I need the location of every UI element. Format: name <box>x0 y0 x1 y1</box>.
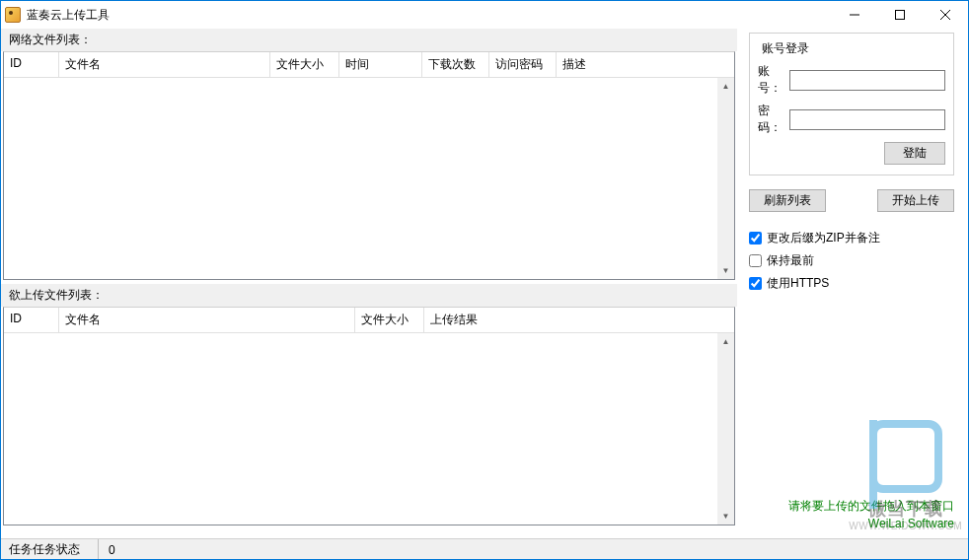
status-value: 0 <box>105 541 958 559</box>
upload-list-body[interactable] <box>4 333 717 525</box>
col-name[interactable]: 文件名 <box>59 308 355 332</box>
brand-name: WeiLai Software <box>749 517 954 530</box>
minimize-button[interactable] <box>832 1 877 29</box>
window-title: 蓝奏云上传工具 <box>27 7 832 24</box>
network-file-list[interactable]: ID 文件名 文件大小 时间 下载次数 访问密码 描述 ▲ ▼ <box>3 51 735 280</box>
start-upload-button[interactable]: 开始上传 <box>877 189 954 212</box>
scroll-up-icon: ▲ <box>719 335 732 348</box>
option-use-https[interactable]: 使用HTTPS <box>749 275 954 292</box>
col-id[interactable]: ID <box>4 52 59 77</box>
col-downloads[interactable]: 下载次数 <box>422 52 489 77</box>
network-list-label: 网络文件列表： <box>1 29 737 51</box>
svg-rect-1 <box>896 11 905 20</box>
maximize-icon <box>895 10 905 20</box>
col-result[interactable]: 上传结果 <box>424 308 734 332</box>
col-size[interactable]: 文件大小 <box>270 52 339 77</box>
minimize-icon <box>850 10 859 20</box>
titlebar: 蓝奏云上传工具 <box>1 1 968 29</box>
upload-list-label: 欲上传文件列表： <box>1 284 737 307</box>
login-groupbox: 账号登录 账号： 密码： 登陆 <box>749 33 954 175</box>
col-desc[interactable]: 描述 <box>557 52 734 77</box>
network-list-scrollbar[interactable]: ▲ ▼ <box>717 78 734 279</box>
password-label: 密码： <box>758 103 789 136</box>
network-list-body[interactable] <box>4 78 717 279</box>
keep-on-top-checkbox[interactable] <box>749 254 762 267</box>
footer-text: 请将要上传的文件拖入到本窗口 WeiLai Software <box>749 496 954 530</box>
upload-file-list[interactable]: ID 文件名 文件大小 上传结果 ▲ ▼ <box>3 307 735 525</box>
status-bar: 任务任务状态 0 <box>1 538 968 560</box>
scroll-down-icon: ▼ <box>719 510 732 523</box>
upload-list-header: ID 文件名 文件大小 上传结果 <box>4 308 734 333</box>
keep-on-top-label: 保持最前 <box>767 252 814 269</box>
close-button[interactable] <box>923 1 968 29</box>
status-label: 任务任务状态 <box>5 539 99 560</box>
network-list-header: ID 文件名 文件大小 时间 下载次数 访问密码 描述 <box>4 52 734 78</box>
login-button[interactable]: 登陆 <box>884 142 945 165</box>
scroll-up-icon: ▲ <box>719 80 732 93</box>
left-panel: 网络文件列表： ID 文件名 文件大小 时间 下载次数 访问密码 描述 ▲ ▼ … <box>1 29 737 538</box>
password-input[interactable] <box>789 109 945 130</box>
col-time[interactable]: 时间 <box>339 52 422 77</box>
col-password[interactable]: 访问密码 <box>489 52 557 77</box>
account-label: 账号： <box>758 63 789 97</box>
upload-list-scrollbar[interactable]: ▲ ▼ <box>717 333 734 525</box>
refresh-button[interactable]: 刷新列表 <box>749 189 826 212</box>
window-controls <box>832 1 968 29</box>
use-https-checkbox[interactable] <box>749 277 762 290</box>
col-id[interactable]: ID <box>4 308 59 332</box>
option-zip-remark[interactable]: 更改后缀为ZIP并备注 <box>749 230 954 246</box>
option-keep-on-top[interactable]: 保持最前 <box>749 252 954 269</box>
zip-remark-label: 更改后缀为ZIP并备注 <box>767 230 880 246</box>
col-size[interactable]: 文件大小 <box>355 308 424 332</box>
zip-remark-checkbox[interactable] <box>749 232 762 245</box>
right-panel: 账号登录 账号： 密码： 登陆 刷新列表 开始上传 更改后缀为ZIP并备注 <box>737 29 966 538</box>
scroll-down-icon: ▼ <box>719 264 732 277</box>
account-input[interactable] <box>789 70 945 91</box>
col-name[interactable]: 文件名 <box>59 52 270 77</box>
drag-hint: 请将要上传的文件拖入到本窗口 <box>749 498 954 515</box>
maximize-button[interactable] <box>877 1 923 29</box>
login-title: 账号登录 <box>758 40 813 57</box>
use-https-label: 使用HTTPS <box>767 275 829 292</box>
app-icon <box>5 7 21 23</box>
close-icon <box>940 10 950 20</box>
